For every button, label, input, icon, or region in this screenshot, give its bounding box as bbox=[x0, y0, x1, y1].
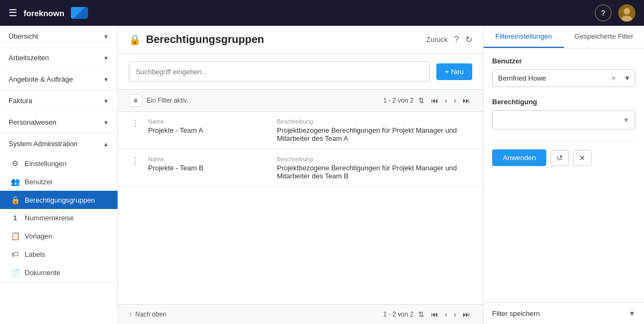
panel-tabs: Filtereinstellungen Gespeicherte Filter bbox=[484, 26, 644, 48]
search-bar: + Neu bbox=[118, 54, 483, 90]
sidebar-section-faktura: Faktura ▼ bbox=[0, 90, 118, 112]
last-page-bottom-button[interactable]: ⏭ bbox=[460, 309, 472, 320]
new-button[interactable]: + Neu bbox=[436, 63, 472, 80]
row-menu-icon[interactable]: ⋮ bbox=[129, 156, 142, 167]
sidebar-header-angebote[interactable]: Angebote & Aufträge ▼ bbox=[0, 69, 118, 90]
clear-button[interactable]: ✕ bbox=[573, 150, 591, 166]
chevron-down-icon: ▼ bbox=[103, 55, 109, 61]
next-page-button[interactable]: › bbox=[451, 95, 458, 106]
sidebar-item-benutzer[interactable]: 👥 Benutzer bbox=[0, 172, 118, 191]
back-button[interactable]: Zurück bbox=[426, 35, 448, 44]
label-icon: 🏷 bbox=[11, 250, 19, 258]
benutzer-clear-icon[interactable]: × bbox=[608, 74, 619, 83]
sidebar: Übersicht ▼ Arbeitszeiten ▼ Angebote & A… bbox=[0, 26, 118, 324]
arrow-up-icon: ↑ bbox=[129, 311, 132, 318]
table-row[interactable]: ⋮ Name Projekte - Team B Beschreibung Pr… bbox=[118, 149, 483, 187]
page-title: Berechtigungsgruppen bbox=[146, 33, 264, 46]
chevron-down-icon: ▼ bbox=[103, 33, 109, 40]
chevron-down-icon: ▼ bbox=[628, 309, 635, 318]
number-icon: 1 bbox=[11, 214, 19, 222]
filter-save-section[interactable]: Filter speichern ▼ bbox=[484, 303, 644, 324]
help-circle-icon[interactable]: ? bbox=[454, 35, 459, 45]
sidebar-header-ubersicht[interactable]: Übersicht ▼ bbox=[0, 26, 118, 47]
apply-row: Anwenden ↺ ✕ bbox=[492, 149, 635, 166]
help-icon[interactable]: ? bbox=[595, 4, 612, 21]
col-desc: Beschreibung Projektbezogene Berechtigun… bbox=[277, 156, 472, 180]
divider bbox=[492, 140, 635, 141]
page-header: 🔒 Berechtigungsgruppen Zurück ? ↻ bbox=[118, 26, 483, 54]
hamburger-icon[interactable]: ☰ bbox=[9, 7, 17, 19]
users-icon: 👥 bbox=[11, 177, 19, 186]
first-page-button[interactable]: ⏮ bbox=[429, 95, 441, 106]
template-icon: 📋 bbox=[11, 232, 19, 240]
sidebar-header-personalwesen[interactable]: Personalwesen ▼ bbox=[0, 112, 118, 133]
refresh-icon[interactable]: ↻ bbox=[465, 34, 472, 45]
benutzer-dropdown-icon[interactable]: ▼ bbox=[619, 74, 635, 82]
sidebar-section-system-admin: System Administration ▲ ⚙ Einstellungen … bbox=[0, 133, 118, 282]
filter-active-text: Ein Filter aktiv. bbox=[147, 97, 188, 104]
sidebar-header-arbeitszeiten[interactable]: Arbeitszeiten ▼ bbox=[0, 47, 118, 68]
logo-icon bbox=[71, 7, 88, 19]
chevron-down-icon: ▼ bbox=[103, 119, 109, 126]
scroll-top-button[interactable]: ↑ Nach oben bbox=[129, 311, 166, 318]
row-menu-icon[interactable]: ⋮ bbox=[129, 118, 142, 129]
logo-text: foreknown bbox=[24, 9, 64, 18]
prev-page-button[interactable]: ‹ bbox=[443, 95, 450, 106]
gear-icon: ⚙ bbox=[11, 159, 19, 168]
filter-save-label: Filter speichern bbox=[492, 309, 540, 318]
filter-toggle-button[interactable]: ≡ bbox=[129, 94, 142, 107]
sort-bottom-icon[interactable]: ⇅ bbox=[416, 309, 427, 320]
chevron-down-icon: ▼ bbox=[103, 76, 109, 83]
sidebar-item-berechtigungsgruppen[interactable]: 🔒 Berechtigungsgruppen bbox=[0, 191, 118, 209]
berechtigung-select[interactable]: ▼ bbox=[492, 110, 635, 129]
chevron-down-icon: ▼ bbox=[103, 98, 109, 104]
bottom-bar: ↑ Nach oben 1 - 2 von 2 ⇅ ⏮ ‹ › ⏭ bbox=[118, 304, 483, 324]
page-title-area: 🔒 Berechtigungsgruppen bbox=[129, 33, 264, 46]
next-page-bottom-button[interactable]: › bbox=[451, 309, 458, 320]
table-row[interactable]: ⋮ Name Projekte - Team A Beschreibung Pr… bbox=[118, 112, 483, 149]
page-lock-icon: 🔒 bbox=[129, 34, 141, 46]
sidebar-item-labels[interactable]: 🏷 Labels bbox=[0, 245, 118, 263]
page-actions: Zurück ? ↻ bbox=[426, 34, 472, 45]
col-name: Name Projekte - Team B bbox=[148, 156, 255, 180]
topbar: ☰ foreknown ? bbox=[0, 0, 644, 26]
first-page-bottom-button[interactable]: ⏮ bbox=[429, 309, 441, 320]
table-container: ⋮ Name Projekte - Team A Beschreibung Pr… bbox=[118, 112, 483, 304]
sidebar-item-dokumente[interactable]: 📄 Dokumente bbox=[0, 263, 118, 282]
tab-filtereinstellungen[interactable]: Filtereinstellungen bbox=[484, 26, 564, 48]
search-input[interactable] bbox=[129, 61, 430, 82]
sidebar-item-vorlagen[interactable]: 📋 Vorlagen bbox=[0, 227, 118, 245]
avatar[interactable] bbox=[618, 4, 635, 21]
row-content: Name Projekte - Team B Beschreibung Proj… bbox=[148, 156, 472, 180]
main-layout: Übersicht ▼ Arbeitszeiten ▼ Angebote & A… bbox=[0, 26, 644, 324]
col-desc: Beschreibung Projektbezogene Berechtigun… bbox=[277, 118, 472, 142]
apply-button[interactable]: Anwenden bbox=[492, 149, 546, 166]
prev-page-bottom-button[interactable]: ‹ bbox=[443, 309, 450, 320]
benutzer-select: Bernfried Howe × ▼ bbox=[492, 69, 635, 87]
sidebar-item-nummernkreise[interactable]: 1 Nummernkreise bbox=[0, 209, 118, 227]
filter-section-benutzer: Benutzer Bernfried Howe × ▼ bbox=[492, 57, 635, 87]
lock-icon: 🔒 bbox=[11, 196, 19, 204]
berechtigung-dropdown-icon: ▼ bbox=[623, 116, 630, 124]
sort-icon[interactable]: ⇅ bbox=[416, 95, 427, 106]
document-icon: 📄 bbox=[11, 268, 19, 277]
sidebar-header-faktura[interactable]: Faktura ▼ bbox=[0, 90, 118, 111]
filter-section-berechtigung: Berechtigung ▼ bbox=[492, 98, 635, 129]
pagination-top: 1 - 2 von 2 ⇅ ⏮ ‹ › ⏭ bbox=[383, 95, 472, 106]
sidebar-section-ubersicht: Übersicht ▼ bbox=[0, 26, 118, 47]
benutzer-value: Bernfried Howe bbox=[493, 70, 608, 87]
right-panel: Filtereinstellungen Gespeicherte Filter … bbox=[483, 26, 644, 324]
sidebar-item-einstellungen[interactable]: ⚙ Einstellungen bbox=[0, 154, 118, 172]
sidebar-header-system-admin[interactable]: System Administration ▲ bbox=[0, 133, 118, 154]
sidebar-section-angebote: Angebote & Aufträge ▼ bbox=[0, 69, 118, 90]
svg-point-1 bbox=[624, 8, 630, 15]
reset-button[interactable]: ↺ bbox=[551, 150, 569, 166]
sidebar-section-personalwesen: Personalwesen ▼ bbox=[0, 112, 118, 133]
tab-gespeicherte-filter[interactable]: Gespeicherte Filter bbox=[564, 26, 645, 48]
filter-bar: ≡ Ein Filter aktiv. 1 - 2 von 2 ⇅ ⏮ ‹ › … bbox=[118, 90, 483, 112]
filter-icon: ≡ bbox=[134, 97, 137, 104]
sidebar-section-arbeitszeiten: Arbeitszeiten ▼ bbox=[0, 47, 118, 69]
benutzer-label: Benutzer bbox=[492, 57, 635, 65]
content-area: 🔒 Berechtigungsgruppen Zurück ? ↻ + Neu … bbox=[118, 26, 483, 324]
last-page-button[interactable]: ⏭ bbox=[460, 95, 472, 106]
